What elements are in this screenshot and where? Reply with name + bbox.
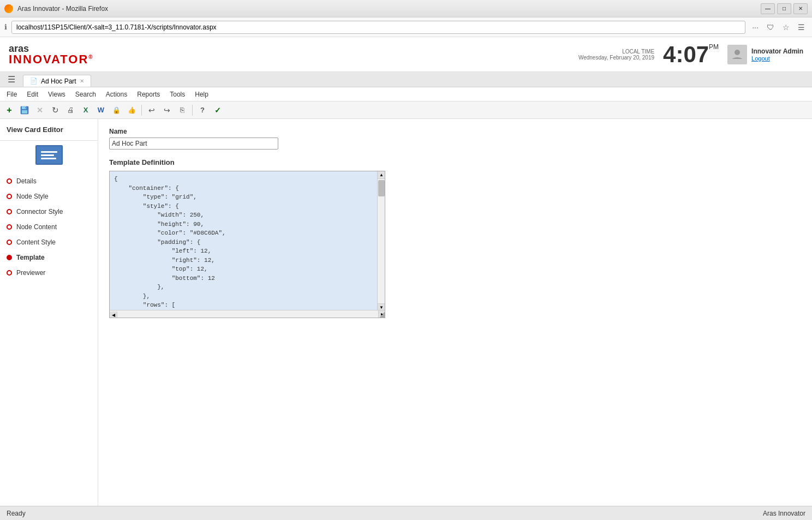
delete-button[interactable]: ✕ (33, 104, 47, 117)
local-time-label: LOCAL TIME (578, 49, 654, 55)
editor-scrollbar-h[interactable]: ◀ ▶ (110, 310, 385, 318)
sidebar-item-node-style[interactable]: Node Style (0, 189, 98, 204)
sidebar-item-template[interactable]: Template (0, 250, 98, 265)
sidebar-item-previewer-label: Previewer (16, 269, 45, 277)
card-line-1 (41, 151, 57, 153)
header-right: LOCAL TIME Wednesday, February 20, 2019 … (578, 43, 803, 66)
copy-button[interactable]: ⎘ (175, 104, 189, 117)
maximize-button[interactable]: □ (777, 3, 791, 14)
logo-registered: ® (88, 53, 93, 59)
menu-search[interactable]: Search (71, 89, 100, 100)
bookmark-button[interactable]: ☆ (779, 21, 792, 34)
status-right: Aras Innovator (763, 510, 805, 517)
verify-button[interactable]: ✓ (211, 104, 225, 117)
card-line-2 (41, 154, 54, 156)
scrollbar-left-button[interactable]: ◀ (110, 312, 117, 319)
logo: aras INNOVATOR® (9, 44, 94, 65)
nav-dot-node-style (7, 194, 12, 199)
avatar-icon (731, 48, 744, 61)
template-editor[interactable]: { "container": { "type": "grid", "style"… (110, 171, 385, 318)
browser-favicon (4, 4, 13, 13)
template-editor-container: { "container": { "type": "grid", "style"… (109, 171, 393, 318)
nav-dot-connector-style (7, 209, 12, 214)
time-display-container: 4:07 PM (663, 43, 719, 66)
nav-dot-node-content (7, 224, 12, 230)
sidebar-item-content-style[interactable]: Content Style (0, 235, 98, 250)
svg-rect-3 (22, 110, 27, 113)
sidebar-item-connector-style[interactable]: Connector Style (0, 204, 98, 219)
menu-actions[interactable]: Actions (101, 89, 132, 100)
toolbar-separator-2 (192, 105, 193, 116)
status-bar: Ready Aras Innovator (0, 506, 812, 520)
more-options-button[interactable]: ··· (749, 21, 762, 34)
scrollbar-up-button[interactable]: ▲ (378, 171, 385, 179)
tab-icon: 📄 (30, 77, 38, 85)
sidebar-title: View Card Editor (0, 125, 98, 141)
minimize-button[interactable]: — (761, 3, 775, 14)
word-button[interactable]: W (94, 104, 108, 117)
help-button[interactable]: ? (195, 104, 210, 117)
sidebar: View Card Editor Details Node Style Conn… (0, 119, 98, 506)
scrollbar-thumb[interactable] (378, 180, 385, 196)
svg-point-0 (735, 50, 740, 55)
menu-tools[interactable]: Tools (165, 89, 189, 100)
browser-controls: — □ ✕ (761, 3, 808, 14)
sidebar-item-template-label: Template (16, 254, 45, 261)
sidebar-item-previewer[interactable]: Previewer (0, 265, 98, 280)
user-name: Innovator Admin (751, 47, 803, 55)
card-line-3 (41, 158, 56, 159)
save-button[interactable] (17, 104, 32, 117)
shield-button[interactable]: 🛡 (764, 21, 777, 34)
menu-edit[interactable]: Edit (22, 89, 43, 100)
sidebar-item-connector-style-label: Connector Style (16, 208, 63, 216)
close-button[interactable]: ✕ (793, 3, 808, 14)
browser-title: Aras Innovator - Mozilla Firefox (17, 5, 756, 13)
sidebar-card-preview (0, 145, 98, 165)
logo-aras: aras (9, 44, 94, 53)
tab-close-button[interactable]: ✕ (80, 78, 84, 84)
promote-button[interactable]: 👍 (124, 104, 139, 117)
user-section: Innovator Admin Logout (727, 45, 803, 64)
tab-adhoc-part[interactable]: 📄 Ad Hoc Part ✕ (23, 75, 91, 87)
menu-file[interactable]: File (2, 89, 21, 100)
card-preview-icon (35, 145, 63, 165)
menu-help[interactable]: Help (190, 89, 213, 100)
address-input[interactable] (11, 21, 745, 34)
undo-button[interactable]: ↩ (145, 104, 159, 117)
menu-views[interactable]: Views (44, 89, 70, 100)
tab-label: Ad Hoc Part (41, 77, 76, 85)
nav-dot-previewer (7, 270, 12, 276)
address-actions: ··· 🛡 ☆ ☰ (749, 21, 808, 34)
main-content: View Card Editor Details Node Style Conn… (0, 119, 812, 506)
user-avatar (727, 45, 747, 64)
refresh-button[interactable]: ↻ (48, 104, 62, 117)
menu-reports[interactable]: Reports (133, 89, 164, 100)
browser-addressbar: ℹ ··· 🛡 ☆ ☰ (0, 17, 812, 37)
print-button[interactable]: 🖨 (63, 104, 77, 117)
add-button[interactable]: + (2, 104, 16, 117)
date-label: Wednesday, February 20, 2019 (578, 55, 654, 61)
lock-button[interactable]: 🔒 (109, 104, 123, 117)
logout-link[interactable]: Logout (751, 55, 803, 62)
menu-bar: File Edit Views Search Actions Reports T… (0, 87, 812, 101)
editor-scrollbar-v[interactable]: ▲ ▼ (377, 171, 385, 311)
save-icon (20, 106, 29, 115)
tab-bar: ☰ 📄 Ad Hoc Part ✕ (0, 72, 812, 87)
toolbar-separator-1 (141, 105, 142, 116)
logo-innovator: INNOVATOR® (9, 53, 94, 65)
excel-button[interactable]: X (79, 104, 93, 117)
sidebar-item-content-style-label: Content Style (16, 238, 56, 246)
name-field-label: Name (109, 128, 801, 135)
app-header: aras INNOVATOR® LOCAL TIME Wednesday, Fe… (0, 37, 812, 72)
redo-button[interactable]: ↪ (160, 104, 174, 117)
sidebar-item-details[interactable]: Details (0, 174, 98, 189)
hamburger-button[interactable]: ☰ (4, 72, 19, 87)
sidebar-item-details-label: Details (16, 177, 37, 185)
name-field-input[interactable] (109, 138, 278, 150)
sidebar-item-node-content[interactable]: Node Content (0, 219, 98, 235)
resize-handle[interactable] (379, 312, 385, 318)
menu-button[interactable]: ☰ (795, 21, 808, 34)
toolbar: + ✕ ↻ 🖨 X W 🔒 👍 ↩ ↪ ⎘ ? ✓ (0, 101, 812, 119)
time-display: 4:07 (663, 43, 709, 66)
svg-rect-4 (25, 107, 26, 109)
